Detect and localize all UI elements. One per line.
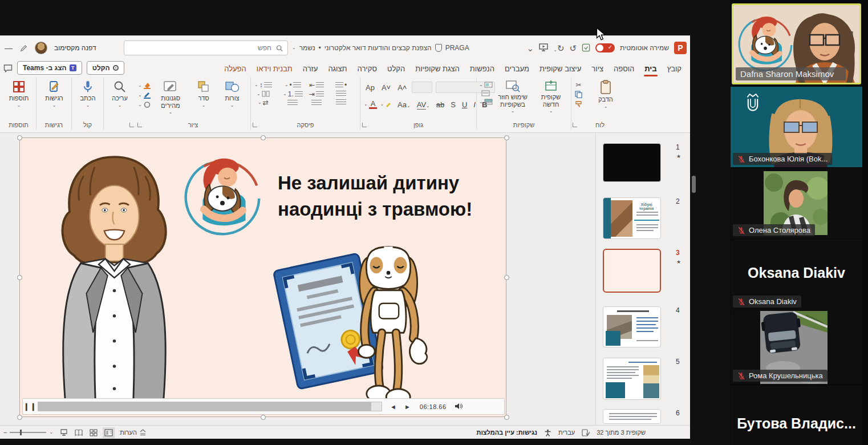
tab-playback[interactable]: הפעלה xyxy=(219,60,252,77)
search-input[interactable] xyxy=(129,43,273,52)
reading-view-icon[interactable] xyxy=(75,429,83,436)
volume-icon[interactable] xyxy=(455,403,463,411)
present-in-teams-button[interactable]: T הצג ב- Teams xyxy=(17,61,82,75)
layout-icon[interactable]: ⌄ xyxy=(479,82,493,88)
language-indicator[interactable]: עברית xyxy=(558,429,575,436)
copy-icon[interactable] xyxy=(575,91,582,98)
bullets-icon[interactable]: ⌄• xyxy=(285,82,301,88)
participant-tile-roma[interactable]: Рома Крушельницька xyxy=(731,311,862,384)
save-icon[interactable] xyxy=(582,43,590,53)
quick-access-menu-icon[interactable]: ⌄ xyxy=(527,44,534,52)
normal-view-icon[interactable] xyxy=(104,429,113,436)
comments-icon[interactable] xyxy=(3,64,13,72)
thumbnail-slide-1[interactable] xyxy=(603,143,661,182)
tab-insert[interactable]: הוספה xyxy=(609,60,639,77)
shape-effects-icon[interactable]: ⌄ xyxy=(138,101,151,108)
section-icon[interactable]: ⌄ xyxy=(479,99,493,105)
participant-tile-stoliarova[interactable]: Олена Столярова xyxy=(731,168,862,238)
drawing-dialog-launcher2[interactable] xyxy=(137,123,142,127)
selection-handle-top-mid[interactable] xyxy=(261,135,266,140)
redo-icon[interactable]: ↻⌄ xyxy=(553,44,564,52)
dictate-button[interactable]: הכתב⌄ xyxy=(72,80,103,108)
selection-handle-bottom-right[interactable] xyxy=(504,415,509,420)
reset-icon[interactable] xyxy=(481,90,490,96)
shapes-button[interactable]: צורות⌄ xyxy=(219,80,245,108)
thumbnail-slide-3-selected[interactable] xyxy=(603,249,661,293)
sensitivity-button[interactable]: רגישות⌄ xyxy=(39,80,70,108)
thumbnail-slide-6[interactable] xyxy=(603,409,661,424)
format-painter-icon[interactable] xyxy=(575,100,582,108)
user-avatar[interactable] xyxy=(35,42,47,54)
pause-button[interactable]: ❙❙ xyxy=(23,402,38,411)
tab-slideshow[interactable]: הצגת שקופיות xyxy=(410,60,465,77)
clear-formatting-button[interactable]: Ap xyxy=(364,83,376,92)
tab-draw[interactable]: ציור xyxy=(586,60,609,77)
thumbnail-slide-2[interactable]: Хібукі терапія xyxy=(603,197,661,239)
clipboard-dialog-launcher[interactable] xyxy=(573,123,577,127)
minimize-icon[interactable]: — xyxy=(5,43,13,52)
video-progress-bar[interactable] xyxy=(38,402,382,411)
indent-decrease-icon[interactable]: ⇤ xyxy=(309,82,324,88)
columns-icon[interactable]: ⌄ xyxy=(257,91,270,97)
record-button[interactable]: הקלט xyxy=(87,61,124,75)
grow-font-button[interactable]: A˄ xyxy=(396,83,408,92)
new-slide-button[interactable]: שקופית חדשה⌄ xyxy=(534,80,568,114)
editing-button[interactable]: עריכה⌄ xyxy=(104,80,135,108)
accessibility-status[interactable]: נגישות: עיין בהמלצות xyxy=(477,429,538,436)
meeting-panel-scrollbar[interactable] xyxy=(692,176,696,193)
shape-outline-icon[interactable]: ⌄ xyxy=(138,91,151,99)
step-forward-button[interactable]: ► xyxy=(404,403,411,410)
cut-icon[interactable]: ✂ xyxy=(575,82,581,88)
zoom-slider[interactable] xyxy=(10,432,46,433)
search-box[interactable] xyxy=(124,41,288,55)
list-rtl-icon[interactable]: • xyxy=(335,82,347,88)
thumbnail-slide-4[interactable] xyxy=(603,306,661,347)
participant-tile-bokhonkova[interactable]: Бохонкова Юлія (Bok... xyxy=(731,87,862,167)
shadow-button[interactable]: S xyxy=(449,100,457,109)
undo-icon[interactable]: ↺ xyxy=(569,44,577,52)
paste-button[interactable]: הדבק⌄ xyxy=(591,80,620,109)
arrange-button[interactable]: סדר⌄ xyxy=(190,80,217,108)
paragraph-dialog-launcher[interactable] xyxy=(253,123,257,127)
tab-home[interactable]: בית xyxy=(639,60,662,77)
slide-3[interactable]: Не залишай дитину наодинці з травмою! xyxy=(19,137,506,417)
numbering-icon[interactable]: ⌄1. xyxy=(283,91,303,98)
drawing-dialog-launcher[interactable] xyxy=(129,123,134,127)
indent-increase-icon[interactable]: ⇥ xyxy=(309,91,324,98)
quick-styles-button[interactable]: סגנונות מהירים⌄ xyxy=(153,80,188,115)
zoom-out-icon[interactable]: − xyxy=(3,429,7,436)
highlight-button[interactable]: ⌄ xyxy=(380,100,393,108)
selection-handle-mid-right[interactable] xyxy=(504,275,509,280)
change-case-button[interactable]: Aa⌄ xyxy=(396,100,412,109)
align-right-icon[interactable] xyxy=(336,99,346,106)
font-size-field[interactable] xyxy=(412,82,432,93)
slideshow-view-icon[interactable] xyxy=(60,428,68,436)
participant-tile-butova[interactable]: Бутова Владис... xyxy=(731,386,862,445)
underline-button[interactable]: U xyxy=(460,100,469,109)
slide-sorter-view-icon[interactable] xyxy=(90,429,98,436)
participant-tile-dafna[interactable]: UKI Dafna Sharon Maksimov xyxy=(732,3,861,84)
tab-help[interactable]: עזרה xyxy=(298,60,323,77)
shrink-font-button[interactable]: A˅ xyxy=(380,83,392,92)
pen-icon[interactable] xyxy=(19,44,28,52)
align-left-icon[interactable] xyxy=(311,100,322,106)
font-color-button[interactable]: ⌄A xyxy=(364,100,377,109)
char-spacing-button[interactable]: AV⌄ xyxy=(415,100,432,109)
tab-transitions[interactable]: מעברים xyxy=(500,60,534,77)
tab-review[interactable]: סקירה xyxy=(352,60,382,77)
thumbnail-slide-5[interactable] xyxy=(603,358,661,400)
shape-fill-icon[interactable]: ⌄ xyxy=(138,82,151,89)
notes-button[interactable]: הערות xyxy=(120,429,137,436)
reuse-slides-button[interactable]: שימוש חוזר בשקופיות⌄ xyxy=(495,80,530,114)
selection-handle-bottom-left[interactable] xyxy=(17,415,22,420)
font-dialog-launcher[interactable] xyxy=(362,123,367,127)
start-slideshow-icon[interactable] xyxy=(539,43,548,52)
selection-handle-top-left[interactable] xyxy=(17,135,22,140)
selection-handle-bottom-mid[interactable] xyxy=(261,415,266,420)
spellcheck-icon[interactable] xyxy=(582,429,590,436)
tab-animations[interactable]: הנפשות xyxy=(465,60,500,77)
tab-design[interactable]: עיצוב שקופית xyxy=(534,60,586,77)
text-direction-icon[interactable]: ⌄⇄ xyxy=(258,99,269,106)
selection-handle-mid-left[interactable] xyxy=(17,275,22,280)
tab-file[interactable]: קובץ xyxy=(662,60,687,77)
